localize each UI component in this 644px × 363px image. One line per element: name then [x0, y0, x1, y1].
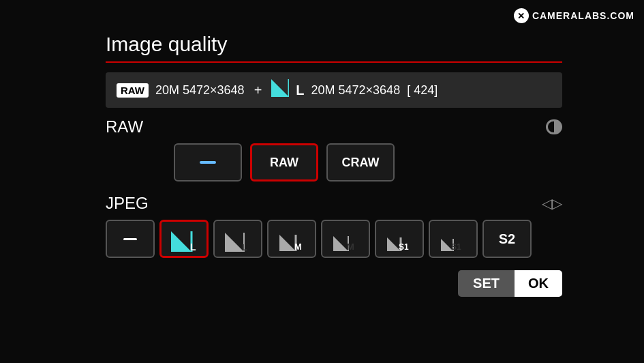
jpeg-buttons-row: L L M: [106, 220, 562, 258]
svg-text:M: M: [294, 242, 302, 251]
raw-label: RAW: [106, 117, 143, 136]
jpeg-L-fine-button[interactable]: L: [159, 220, 209, 258]
raw-button-label: RAW: [270, 156, 298, 170]
raw-badge: RAW: [117, 83, 149, 98]
craw-button-label: CRAW: [342, 156, 380, 170]
watermark-text: CAMERALABS.COM: [532, 10, 634, 21]
cameralabs-icon: ✕: [514, 8, 529, 23]
jpeg-S1-fine-icon: S1: [387, 227, 412, 251]
count-badge: [ 424]: [407, 83, 438, 98]
watermark: ✕ CAMERALABS.COM: [514, 8, 634, 23]
lr-arrows-icon: ◁▷: [542, 195, 562, 212]
raw-buttons-row: RAW CRAW: [106, 143, 562, 182]
raw-icon: [546, 119, 562, 134]
svg-marker-0: [271, 79, 289, 97]
jpeg-none-button[interactable]: [106, 220, 155, 258]
jpeg-M-fine-button[interactable]: M: [267, 220, 316, 258]
jpeg-size-label: L: [296, 83, 304, 98]
resolution-2: 20M 5472×3648: [311, 83, 401, 98]
content-area: Image quality RAW 20M 5472×3648 + L 20M …: [106, 33, 562, 297]
jpeg-s2-label: S2: [499, 231, 515, 247]
jpeg-S1-normal-button[interactable]: S1: [429, 220, 478, 258]
resolution-1: 20M 5472×3648: [155, 83, 245, 98]
svg-text:S1: S1: [451, 242, 461, 251]
svg-text:M: M: [347, 242, 354, 251]
raw-craw-button[interactable]: CRAW: [326, 143, 395, 182]
set-button[interactable]: SET: [458, 270, 515, 297]
jpeg-S2-button[interactable]: S2: [482, 220, 532, 258]
raw-none-button[interactable]: [174, 143, 242, 182]
svg-marker-2: [171, 231, 191, 252]
dash-icon: [200, 161, 216, 164]
bottom-bar: SET OK: [106, 270, 562, 297]
svg-marker-5: [225, 233, 244, 252]
jpeg-label: JPEG: [106, 194, 149, 213]
jpeg-M-fine-icon: M: [279, 227, 304, 251]
jpeg-S1-normal-icon: S1: [441, 227, 465, 251]
svg-marker-8: [279, 235, 296, 251]
jpeg-M-normal-button[interactable]: M: [321, 220, 370, 258]
raw-raw-button[interactable]: RAW: [250, 143, 318, 182]
jpeg-L-normal-icon: L: [225, 226, 251, 252]
svg-text:S1: S1: [399, 242, 409, 251]
jpeg-S1-fine-button[interactable]: S1: [375, 220, 424, 258]
jpeg-L-fine-icon: L: [171, 226, 197, 252]
title-divider: [106, 61, 562, 63]
jpeg-info-icon: [271, 79, 289, 101]
info-bar: RAW 20M 5472×3648 + L 20M 5472×3648 [ 42…: [106, 72, 562, 108]
raw-section-header: RAW: [106, 117, 562, 136]
jpeg-M-normal-icon: M: [333, 227, 358, 251]
plus-sign: +: [254, 83, 262, 98]
svg-marker-11: [333, 236, 348, 251]
jpeg-section-header: JPEG ◁▷: [106, 194, 562, 213]
page-title: Image quality: [106, 33, 562, 56]
screen: ✕ CAMERALABS.COM Image quality RAW 20M 5…: [0, 0, 644, 363]
jpeg-dash-icon: [123, 238, 137, 240]
svg-text:L: L: [190, 242, 196, 252]
ok-button[interactable]: OK: [515, 270, 562, 297]
svg-text:L: L: [242, 242, 247, 252]
jpeg-L-normal-button[interactable]: L: [213, 220, 262, 258]
